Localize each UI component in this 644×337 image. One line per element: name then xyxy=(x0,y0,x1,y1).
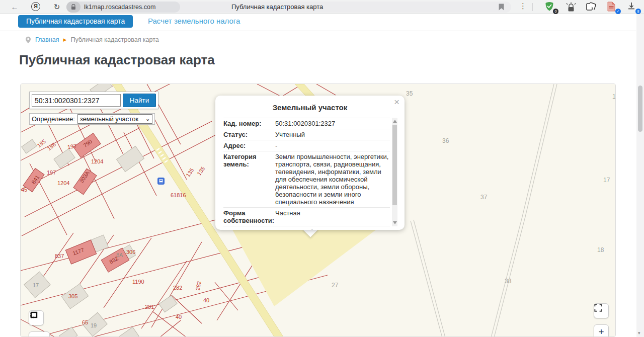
object-type-select[interactable]: земельный участок ⌄ xyxy=(77,114,152,124)
scrollbar-thumb[interactable] xyxy=(392,125,397,205)
scroll-up-icon[interactable] xyxy=(393,120,397,123)
tab-public-cadastral-map[interactable]: Публичная кадастровая карта xyxy=(18,15,133,28)
close-icon[interactable]: × xyxy=(394,97,399,108)
url-text: lk1map.roscadastres.com xyxy=(80,4,155,11)
page-scrollbar-thumb[interactable] xyxy=(638,86,642,132)
kebab-menu-icon[interactable]: ⋮ xyxy=(519,2,527,11)
measure-tool-button[interactable] xyxy=(29,310,44,325)
page-scrollbar[interactable]: ▾ xyxy=(636,14,644,337)
pin-icon xyxy=(25,36,31,44)
chevron-down-icon: ⌄ xyxy=(145,116,150,122)
downloads-icon[interactable]: 8 xyxy=(627,2,639,13)
domain-pill: lk1map.roscadastres.com xyxy=(66,2,180,13)
selected-option: земельный участок xyxy=(80,115,138,123)
docs-check-badge: ✓ xyxy=(615,9,621,14)
search-input[interactable] xyxy=(32,94,121,107)
bookmark-icon[interactable] xyxy=(499,4,504,13)
filter-panel: Определение: земельный участок ⌄ xyxy=(29,113,155,125)
toolbar-divider xyxy=(532,3,533,11)
popup-row: Статус:Учтенный xyxy=(223,129,390,140)
map-container[interactable]: 18518619779012041978411204303А4513513561… xyxy=(20,83,616,337)
filter-label: Определение: xyxy=(32,115,75,123)
page-title: Публичная кадастровая карта xyxy=(19,52,215,68)
address-bar[interactable]: lk1map.roscadastres.com Публичная кадаст… xyxy=(66,2,511,13)
tabs-extension-icon[interactable] xyxy=(586,2,598,13)
breadcrumb-home-link[interactable]: Главная xyxy=(35,36,59,43)
browser-chrome: ← Я ↻ lk1map.roscadastres.com Публичная … xyxy=(0,0,644,14)
site-header: Публичная кадастровая карта Расчет земел… xyxy=(0,14,636,31)
parcel-popup: Земельный участок × Кад. номер:50:31:002… xyxy=(215,96,405,230)
adblock-extension-icon[interactable]: 0 xyxy=(544,2,556,13)
popup-row: Адрес:- xyxy=(223,140,390,151)
scroll-down-icon[interactable] xyxy=(393,221,397,224)
popup-row: Форма собственности:Частная xyxy=(223,208,390,226)
search-panel: Найти xyxy=(29,92,158,109)
popup-row: Кад. номер:50:31:0020301:2327 xyxy=(223,118,390,129)
bus-stop-icon xyxy=(157,178,165,185)
popup-row: Категория земель:Земли промышленности, э… xyxy=(223,151,390,208)
breadcrumb-arrow-icon: ▶ xyxy=(63,37,67,42)
popup-title: Земельный участок xyxy=(215,96,405,112)
adblock-badge: 0 xyxy=(553,9,558,14)
reload-icon[interactable]: ↻ xyxy=(51,2,62,12)
downloads-badge: 8 xyxy=(635,9,641,14)
browser-page-title: Публичная кадастровая карта xyxy=(231,3,323,11)
privacy-extension-icon[interactable] xyxy=(566,2,578,13)
header-divider xyxy=(0,31,636,31)
tab-land-tax-calc[interactable]: Расчет земельного налога xyxy=(148,17,240,25)
popup-body: Кад. номер:50:31:0020301:2327Статус:Учте… xyxy=(223,118,397,229)
breadcrumb: Главная ▶ Публичная кадастровая карта xyxy=(25,35,159,44)
docs-extension-icon[interactable]: ✓ xyxy=(607,2,619,13)
find-button[interactable]: Найти xyxy=(123,94,156,107)
fullscreen-button[interactable] xyxy=(594,303,609,318)
scrollbar-down-icon[interactable]: ▾ xyxy=(638,330,640,335)
back-icon[interactable]: ← xyxy=(9,2,20,12)
popup-scrollbar[interactable] xyxy=(392,118,397,226)
breadcrumb-current: Публичная кадастровая карта xyxy=(71,36,159,43)
lock-icon[interactable] xyxy=(66,2,80,13)
zoom-in-button[interactable]: + xyxy=(594,324,609,337)
popup-rows: Кад. номер:50:31:0020301:2327Статус:Учте… xyxy=(223,118,390,229)
yandex-browser-icon[interactable]: Я xyxy=(31,2,40,11)
coords-button[interactable] xyxy=(29,331,50,337)
popup-row: Кадастровая стоимость:4688700 руб xyxy=(223,226,390,229)
